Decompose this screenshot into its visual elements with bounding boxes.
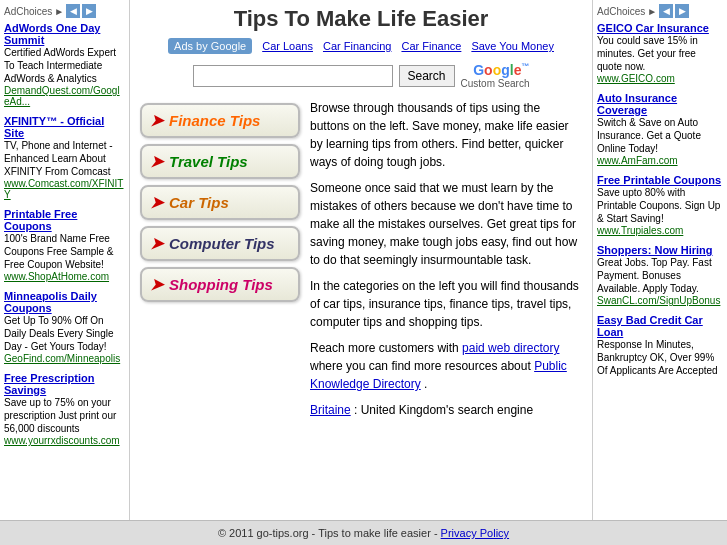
finance-tips-label: Finance Tips xyxy=(169,112,260,129)
britaine-para: Britaine : United Kingdom's search engin… xyxy=(310,401,582,419)
center-body: ➤ Finance Tips ➤ Travel Tips ➤ Car Tips … xyxy=(140,99,582,427)
travel-tips-btn[interactable]: ➤ Travel Tips xyxy=(140,144,300,179)
right-ad-prev-btn[interactable]: ◀ xyxy=(659,4,673,18)
left-ad-text-0: Certified AdWords Expert To Teach Interm… xyxy=(4,46,125,85)
left-ad-next-btn[interactable]: ▶ xyxy=(82,4,96,18)
travel-tips-label: Travel Tips xyxy=(169,153,248,170)
right-sidebar: AdChoices ► ◀ ▶ GEICO Car Insurance You … xyxy=(592,0,727,520)
travel-arrow-icon: ➤ xyxy=(150,152,163,171)
paid-directory-link[interactable]: paid web directory xyxy=(462,341,559,355)
shopping-tips-btn[interactable]: ➤ Shopping Tips xyxy=(140,267,300,302)
reach-text-mid: where you can find more resources about xyxy=(310,359,534,373)
left-ad-text-4: Save up to 75% on your prescription Just… xyxy=(4,396,125,435)
right-ad-text-4: Response In Minutes, Bankruptcy OK, Over… xyxy=(597,338,723,377)
shopping-arrow-icon: ➤ xyxy=(150,275,163,294)
left-ad-choices-icon: ► xyxy=(54,6,64,17)
computer-tips-label: Computer Tips xyxy=(169,235,275,252)
left-ad-choices-label: AdChoices xyxy=(4,6,52,17)
computer-tips-btn[interactable]: ➤ Computer Tips xyxy=(140,226,300,261)
left-ad-link-0[interactable]: DemandQuest.com/GoogleAd... xyxy=(4,85,125,107)
britaine-link[interactable]: Britaine xyxy=(310,403,351,417)
left-ad-item-4: Free Prescription Savings Save up to 75%… xyxy=(4,372,125,446)
right-ad-title-2[interactable]: Free Printable Coupons xyxy=(597,174,723,186)
britaine-desc: : United Kingdom's search engine xyxy=(354,403,533,417)
left-ad-title-1[interactable]: XFINITY™ - Official Site xyxy=(4,115,125,139)
main-content: AdChoices ► ◀ ▶ AdWords One Day Summit C… xyxy=(0,0,727,520)
right-ad-title-0[interactable]: GEICO Car Insurance xyxy=(597,22,723,34)
left-ad-title-0[interactable]: AdWords One Day Summit xyxy=(4,22,125,46)
left-ad-prev-btn[interactable]: ◀ xyxy=(66,4,80,18)
right-ad-choices-bar: AdChoices ► ◀ ▶ xyxy=(597,4,723,18)
right-ad-text-3: Great Jobs. Top Pay. Fast Payment. Bonus… xyxy=(597,256,723,295)
right-ad-next-btn[interactable]: ▶ xyxy=(675,4,689,18)
page-container: AdChoices ► ◀ ▶ AdWords One Day Summit C… xyxy=(0,0,727,545)
ad-link-car-finance[interactable]: Car Finance xyxy=(401,40,461,52)
right-ad-link-3[interactable]: SwanCL.com/SignUpBonus xyxy=(597,295,723,306)
right-ad-text-0: You could save 15% in minutes. Get your … xyxy=(597,34,723,73)
custom-search-label: Custom Search xyxy=(461,78,530,89)
left-ad-link-2[interactable]: www.ShopAtHome.com xyxy=(4,271,125,282)
right-ad-link-1[interactable]: www.AmFam.com xyxy=(597,155,723,166)
intro-para: Browse through thousands of tips using t… xyxy=(310,99,582,171)
right-ad-item-4: Easy Bad Credit Car Loan Response In Min… xyxy=(597,314,723,377)
left-ad-link-3[interactable]: GeoFind.com/Minneapolis xyxy=(4,353,125,364)
left-sidebar: AdChoices ► ◀ ▶ AdWords One Day Summit C… xyxy=(0,0,130,520)
car-arrow-icon: ➤ xyxy=(150,193,163,212)
reach-text-end: . xyxy=(424,377,427,391)
search-bar: Search Google™ Custom Search xyxy=(140,62,582,89)
right-ad-title-3[interactable]: Shoppers: Now Hiring xyxy=(597,244,723,256)
left-ad-item-0: AdWords One Day Summit Certified AdWords… xyxy=(4,22,125,107)
google-logo: Google™ xyxy=(461,62,530,78)
right-ad-title-1[interactable]: Auto Insurance Coverage xyxy=(597,92,723,116)
left-ad-choices-bar: AdChoices ► ◀ ▶ xyxy=(4,4,125,18)
left-ad-title-2[interactable]: Printable Free Coupons xyxy=(4,208,125,232)
finance-arrow-icon: ➤ xyxy=(150,111,163,130)
ad-link-car-loans[interactable]: Car Loans xyxy=(262,40,313,52)
learn-para: Someone once said that we must learn by … xyxy=(310,179,582,269)
ad-link-car-financing[interactable]: Car Financing xyxy=(323,40,391,52)
computer-arrow-icon: ➤ xyxy=(150,234,163,253)
right-ads-container: GEICO Car Insurance You could save 15% i… xyxy=(597,22,723,377)
right-ad-title-4[interactable]: Easy Bad Credit Car Loan xyxy=(597,314,723,338)
right-ad-text-2: Save upto 80% with Printable Coupons. Si… xyxy=(597,186,723,225)
left-ad-item-3: Minneapolis Daily Coupons Get Up To 90% … xyxy=(4,290,125,364)
right-ad-link-2[interactable]: www.Trupiales.com xyxy=(597,225,723,236)
footer: © 2011 go-tips.org - Tips to make life e… xyxy=(0,520,727,545)
left-ad-link-1[interactable]: www.Comcast.com/XFINITY xyxy=(4,178,125,200)
shopping-tips-label: Shopping Tips xyxy=(169,276,273,293)
left-ad-link-4[interactable]: www.yourrxdiscounts.com xyxy=(4,435,125,446)
car-tips-label: Car Tips xyxy=(169,194,229,211)
left-ad-text-3: Get Up To 90% Off On Daily Deals Every S… xyxy=(4,314,125,353)
reach-para: Reach more customers with paid web direc… xyxy=(310,339,582,393)
google-custom-search: Google™ Custom Search xyxy=(461,62,530,89)
center-text-area: Browse through thousands of tips using t… xyxy=(310,99,582,427)
left-ads-container: AdWords One Day Summit Certified AdWords… xyxy=(4,22,125,446)
center-area: Tips To Make Life Easier Ads by Google C… xyxy=(130,0,592,520)
right-ad-text-1: Switch & Save on Auto Insurance. Get a Q… xyxy=(597,116,723,155)
categories-para: In the categories on the left you will f… xyxy=(310,277,582,331)
tip-buttons-container: ➤ Finance Tips ➤ Travel Tips ➤ Car Tips … xyxy=(140,103,300,427)
search-input[interactable] xyxy=(193,65,393,87)
finance-tips-btn[interactable]: ➤ Finance Tips xyxy=(140,103,300,138)
left-ad-item-2: Printable Free Coupons 100's Brand Name … xyxy=(4,208,125,282)
right-ad-item-0: GEICO Car Insurance You could save 15% i… xyxy=(597,22,723,84)
page-title: Tips To Make Life Easier xyxy=(140,6,582,32)
footer-text: © 2011 go-tips.org - Tips to make life e… xyxy=(218,527,441,539)
left-ad-title-3[interactable]: Minneapolis Daily Coupons xyxy=(4,290,125,314)
left-ad-text-1: TV, Phone and Internet - Enhanced Learn … xyxy=(4,139,125,178)
right-ad-item-1: Auto Insurance Coverage Switch & Save on… xyxy=(597,92,723,166)
reach-text-start: Reach more customers with xyxy=(310,341,462,355)
right-ad-choices-icon: ► xyxy=(647,6,657,17)
car-tips-btn[interactable]: ➤ Car Tips xyxy=(140,185,300,220)
left-ad-item-1: XFINITY™ - Official Site TV, Phone and I… xyxy=(4,115,125,200)
privacy-policy-link[interactable]: Privacy Policy xyxy=(441,527,509,539)
search-button[interactable]: Search xyxy=(399,65,455,87)
ad-link-save-money[interactable]: Save You Money xyxy=(471,40,554,52)
ads-by-google-btn[interactable]: Ads by Google xyxy=(168,38,252,54)
ad-bar: Ads by Google Car Loans Car Financing Ca… xyxy=(140,38,582,54)
right-ad-choices-label: AdChoices xyxy=(597,6,645,17)
right-ad-link-0[interactable]: www.GEICO.com xyxy=(597,73,723,84)
left-ad-text-2: 100's Brand Name Free Coupons Free Sampl… xyxy=(4,232,125,271)
left-ad-title-4[interactable]: Free Prescription Savings xyxy=(4,372,125,396)
right-ad-item-2: Free Printable Coupons Save upto 80% wit… xyxy=(597,174,723,236)
